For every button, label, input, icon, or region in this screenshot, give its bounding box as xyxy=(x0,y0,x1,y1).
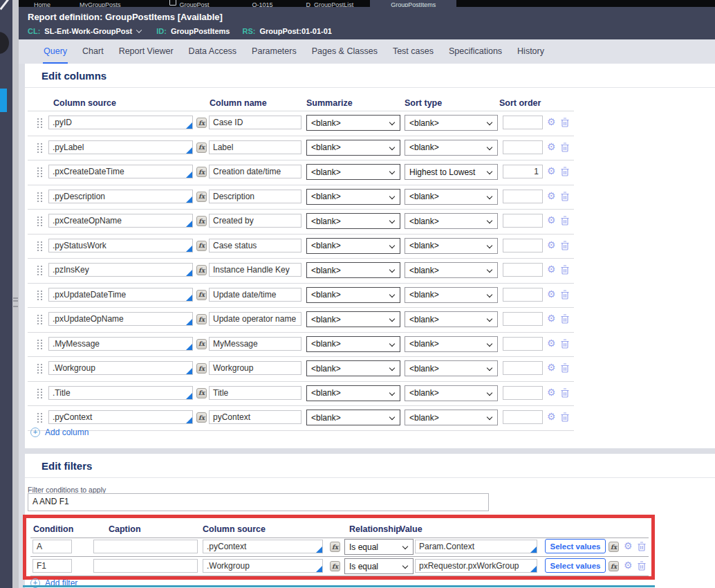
trash-icon[interactable] xyxy=(561,167,569,179)
floating-action-circle[interactable] xyxy=(0,32,9,54)
rule-form-tab[interactable]: Chart xyxy=(82,39,104,64)
column-name-input[interactable]: Created by xyxy=(209,214,301,228)
gear-icon[interactable]: ⚙ xyxy=(547,264,556,274)
window-tab[interactable]: MyGroupPosts xyxy=(68,0,132,7)
sort-order-input[interactable] xyxy=(503,140,543,154)
gear-icon[interactable]: ⚙ xyxy=(547,338,556,348)
window-tab[interactable]: GroupPostItems xyxy=(370,0,456,7)
summarize-select[interactable]: <blank> xyxy=(306,311,400,327)
rule-form-tab[interactable]: Data Access xyxy=(188,39,237,64)
sort-order-input[interactable] xyxy=(503,361,543,375)
sort-order-input[interactable] xyxy=(503,190,543,203)
trash-icon[interactable] xyxy=(561,118,569,130)
fx-expression-button[interactable]: fx xyxy=(196,143,207,153)
sort-type-select[interactable]: <blank> xyxy=(405,385,498,401)
relationship-select[interactable]: Is equal xyxy=(344,558,414,574)
column-source-input[interactable]: .pyLabel xyxy=(48,140,193,154)
fx-expression-button[interactable]: fx xyxy=(196,412,207,423)
caption-input[interactable] xyxy=(93,540,198,553)
column-source-input[interactable]: .pyDescription xyxy=(48,190,193,203)
sort-order-input[interactable] xyxy=(503,337,543,351)
column-name-input[interactable]: Title xyxy=(209,386,301,400)
sort-type-select[interactable]: <blank> xyxy=(405,311,498,327)
summarize-select[interactable]: <blank> xyxy=(306,189,400,205)
column-name-input[interactable]: Instance Handle Key xyxy=(209,263,301,277)
drag-handle-icon[interactable] xyxy=(37,291,43,302)
summarize-select[interactable]: <blank> xyxy=(306,360,400,376)
condition-input[interactable]: F1 xyxy=(32,559,72,573)
sort-type-select[interactable]: <blank> xyxy=(405,360,498,376)
gear-icon[interactable]: ⚙ xyxy=(547,412,556,421)
column-source-input[interactable]: .pxCreateOpName xyxy=(48,214,193,228)
fx-expression-button[interactable]: fx xyxy=(609,561,619,571)
gear-icon[interactable]: ⚙ xyxy=(547,215,556,225)
trash-icon[interactable] xyxy=(561,388,569,401)
sort-order-input[interactable] xyxy=(503,116,543,129)
gear-icon[interactable]: ⚙ xyxy=(547,117,556,127)
column-name-input[interactable]: Description xyxy=(209,190,301,203)
summarize-select[interactable]: <blank> xyxy=(306,164,400,180)
drag-handle-icon[interactable] xyxy=(37,167,43,178)
trash-icon[interactable] xyxy=(561,192,569,204)
drag-handle-icon[interactable] xyxy=(37,241,43,252)
rule-form-tab[interactable]: Test cases xyxy=(392,39,434,64)
column-source-input[interactable]: .Title xyxy=(48,386,193,400)
sort-order-input[interactable] xyxy=(503,410,543,424)
fx-expression-button[interactable]: fx xyxy=(196,314,207,324)
gear-icon[interactable]: ⚙ xyxy=(547,362,556,372)
fx-expression-button[interactable]: fx xyxy=(196,363,207,374)
drag-handle-icon[interactable] xyxy=(37,192,43,203)
fx-expression-button[interactable]: fx xyxy=(196,265,207,275)
drag-handle-icon[interactable] xyxy=(37,143,43,154)
drag-handle-icon[interactable] xyxy=(37,364,43,375)
column-name-input[interactable]: Case status xyxy=(209,239,301,252)
column-name-input[interactable]: Creation date/time xyxy=(209,165,301,178)
trash-icon[interactable] xyxy=(561,265,569,277)
chevron-down-icon[interactable] xyxy=(136,27,142,33)
rule-form-tab[interactable]: Parameters xyxy=(251,39,297,64)
summarize-select[interactable]: <blank> xyxy=(306,287,400,303)
sort-order-input[interactable] xyxy=(503,386,543,400)
column-name-input[interactable]: Label xyxy=(209,140,301,154)
sort-type-select[interactable]: <blank> xyxy=(405,410,498,425)
sort-type-select[interactable]: Highest to Lowest xyxy=(405,164,498,180)
filter-column-source-input[interactable]: .pyContext xyxy=(203,540,323,553)
column-name-input[interactable]: pyContext xyxy=(209,410,301,424)
trash-icon[interactable] xyxy=(561,314,569,327)
fx-expression-button[interactable]: fx xyxy=(609,542,619,552)
fx-expression-button[interactable]: fx xyxy=(196,167,207,177)
panel-collapse-handle-icon[interactable] xyxy=(13,297,18,307)
filter-value-input[interactable]: Param.Context xyxy=(415,540,537,553)
trash-icon[interactable] xyxy=(561,363,569,376)
rule-form-tab[interactable]: Report Viewer xyxy=(118,39,174,64)
trash-icon[interactable] xyxy=(561,412,569,425)
class-value[interactable]: SL-Ent-Work-GroupPost xyxy=(44,27,132,35)
column-source-input[interactable]: .Workgroup xyxy=(48,361,193,375)
select-values-button[interactable]: Select values xyxy=(545,558,606,573)
trash-icon[interactable] xyxy=(561,241,569,253)
trash-icon[interactable] xyxy=(638,561,646,573)
window-tab[interactable]: D_GroupPostList xyxy=(295,0,365,7)
summarize-select[interactable]: <blank> xyxy=(306,410,400,425)
drag-handle-icon[interactable] xyxy=(37,413,43,424)
fx-expression-button[interactable]: fx xyxy=(196,241,207,251)
sort-type-select[interactable]: <blank> xyxy=(405,262,498,278)
column-name-input[interactable]: Case ID xyxy=(209,116,301,129)
drag-handle-icon[interactable] xyxy=(37,118,43,129)
caption-input[interactable] xyxy=(93,559,198,573)
summarize-select[interactable]: <blank> xyxy=(306,336,400,352)
summarize-select[interactable]: <blank> xyxy=(306,213,400,229)
column-name-input[interactable]: MyMessage xyxy=(209,337,301,351)
window-tab[interactable]: GroupPost xyxy=(158,0,221,7)
column-source-input[interactable]: .pyContext xyxy=(48,410,193,424)
column-name-input[interactable]: Update operator name xyxy=(209,312,301,326)
column-source-input[interactable]: .MyMessage xyxy=(48,337,193,351)
fx-expression-button[interactable]: fx xyxy=(330,561,340,571)
rule-form-tab[interactable]: Specifications xyxy=(448,39,503,64)
fx-expression-button[interactable]: fx xyxy=(196,118,207,128)
window-tab[interactable]: Q-1015 xyxy=(241,0,284,7)
sort-order-input[interactable] xyxy=(503,263,543,277)
select-values-button[interactable]: Select values xyxy=(545,539,606,553)
sort-order-input[interactable] xyxy=(503,239,543,252)
fx-expression-button[interactable]: fx xyxy=(196,216,207,226)
